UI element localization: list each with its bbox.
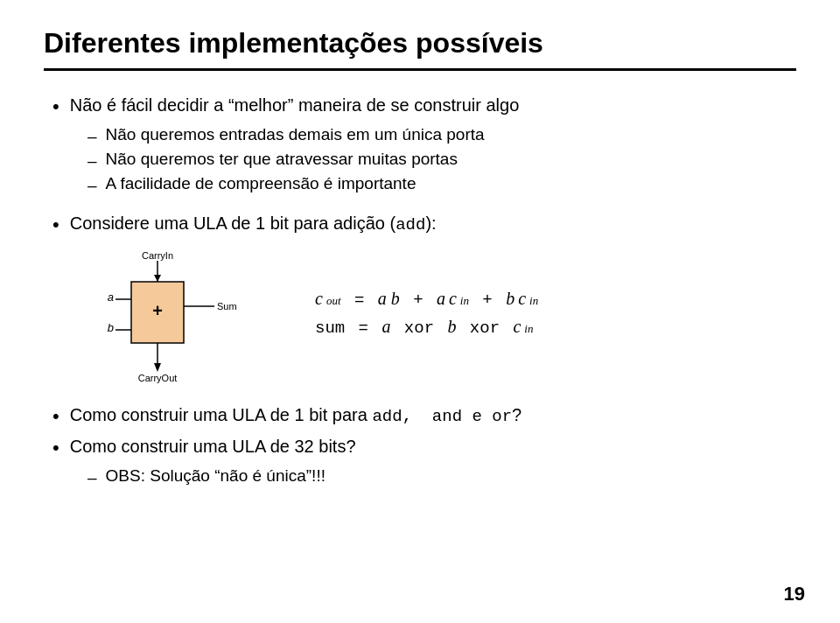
svg-marker-12 xyxy=(154,363,161,372)
formula-sum-label: sum xyxy=(315,318,345,338)
formula-a1: a b xyxy=(378,289,400,309)
formula-c-out-sub: out xyxy=(326,294,341,308)
bullet-4: • Como construir uma ULA de 32 bits? xyxy=(52,434,796,461)
formula-cin2-sub: in xyxy=(529,294,538,308)
formula-a2: a xyxy=(437,289,445,309)
title-section: Diferentes implementações possíveis xyxy=(44,26,796,71)
bullet-3: • Como construir uma ULA de 1 bit para a… xyxy=(52,402,796,430)
sub-bullet-bottom-1: – OBS: Solução “não é única”!!! xyxy=(88,466,796,487)
sub-bullet-1-2-text: Não queremos ter que atravessar muitas p… xyxy=(106,150,458,169)
formula-cin2-var: c xyxy=(518,289,526,309)
dash-bottom-1: – xyxy=(88,468,97,487)
formula-eq2: = xyxy=(348,318,378,338)
formula-plus1: + xyxy=(403,290,433,310)
formula-b2: b xyxy=(506,289,514,309)
svg-text:+: + xyxy=(152,301,163,320)
slide-container: Diferentes implementações possíveis • Nã… xyxy=(0,0,840,623)
sub-bullet-1-3-text: A facilidade de compreensão é importante xyxy=(106,174,416,193)
formula-line-1: cout = a b + a cin + b cin xyxy=(315,289,538,310)
dash-3: – xyxy=(88,176,97,195)
formula-xor2: xor xyxy=(459,318,509,338)
svg-text:b: b xyxy=(108,321,114,334)
dash-2: – xyxy=(88,151,97,171)
formula-cin3-sub: in xyxy=(524,322,533,336)
bullet-dot-2: • xyxy=(52,213,60,238)
slide-title: Diferentes implementações possíveis xyxy=(44,26,796,60)
svg-text:CarryIn: CarryIn xyxy=(142,250,173,261)
diagram-box: CarryIn + a b Sum xyxy=(88,247,280,387)
sub-bullet-1-1-text: Não queremos entradas demais em um única… xyxy=(106,125,485,144)
sub-bullet-1-1: – Não queremos entradas demais em um úni… xyxy=(88,125,796,146)
bullet-3-text: Como construir uma ULA de 1 bit para add… xyxy=(70,402,796,429)
bullet-dot-3: • xyxy=(52,404,60,430)
formula-xor1: xor xyxy=(394,318,444,338)
formula-plus2: + xyxy=(472,290,502,310)
sub-bullet-bottom-1-text: OBS: Solução “não é única”!!! xyxy=(106,466,326,486)
formula-eq: = xyxy=(345,290,374,310)
formula-cin1-var: c xyxy=(449,289,457,309)
formula-area: cout = a b + a cin + b cin sum = a xor xyxy=(315,289,538,345)
sub-bullet-1-2: – Não queremos ter que atravessar muitas… xyxy=(88,150,796,171)
page-number: 19 xyxy=(784,583,805,606)
content-area: • Não é fácil decidir a “melhor” maneira… xyxy=(44,93,796,486)
bullet-1-text: Não é fácil decidir a “melhor” maneira d… xyxy=(70,93,796,117)
formula-line-2: sum = a xor b xor cin xyxy=(315,317,538,338)
sub-bullets-bottom: – OBS: Solução “não é única”!!! xyxy=(88,466,796,487)
formula-cin1-sub: in xyxy=(460,294,469,308)
bullet-dot-4: • xyxy=(52,436,60,461)
bullet-1: • Não é fácil decidir a “melhor” maneira… xyxy=(52,93,796,120)
bullet-4-text: Como construir uma ULA de 32 bits? xyxy=(70,434,796,458)
diagram-formula-row: CarryIn + a b Sum xyxy=(88,247,796,387)
svg-text:CarryOut: CarryOut xyxy=(138,373,178,383)
formula-b3: b xyxy=(447,317,456,337)
formula-cin3-var: c xyxy=(513,317,521,337)
bullet-2-text: Considere uma ULA de 1 bit para adição (… xyxy=(70,211,796,237)
sub-bullet-1-3: – A facilidade de compreensão é importan… xyxy=(88,174,796,195)
formula-c-out-var: c xyxy=(315,289,323,309)
svg-text:a: a xyxy=(108,290,114,304)
formula-a3: a xyxy=(382,317,390,337)
bullet-dot-1: • xyxy=(52,94,60,120)
ula-diagram: CarryIn + a b Sum xyxy=(88,247,280,387)
sub-bullets-1: – Não queremos entradas demais em um úni… xyxy=(88,125,796,195)
svg-marker-2 xyxy=(154,275,161,282)
bullet-2: • Considere uma ULA de 1 bit para adição… xyxy=(52,211,796,238)
svg-text:Sum: Sum xyxy=(217,301,237,312)
dash-1: – xyxy=(88,127,97,146)
